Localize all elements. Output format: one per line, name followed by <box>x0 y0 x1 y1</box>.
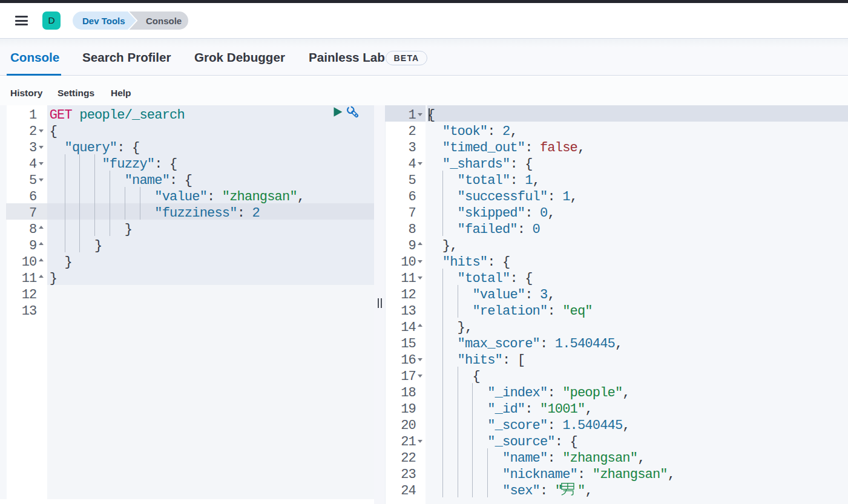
svg-text:Dev Tools: Dev Tools <box>82 16 125 26</box>
svg-text:Console: Console <box>146 16 182 26</box>
